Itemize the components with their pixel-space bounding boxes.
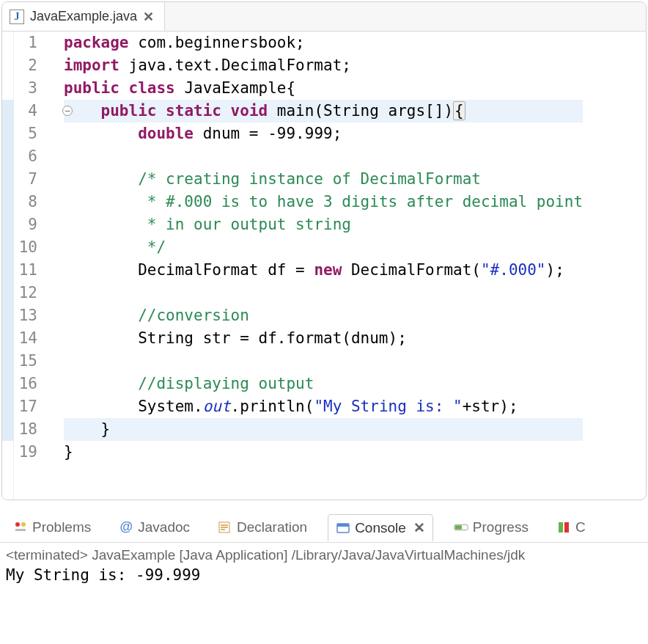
code-content[interactable]: package com.beginnersbook;import java.te… [59,32,583,500]
fold-cell [45,259,59,282]
marker [2,304,14,327]
line-number: 11 [18,259,37,282]
code-line[interactable]: * #.000 is to have 3 digits after decima… [64,191,583,213]
marker [2,213,14,236]
marker [2,418,14,441]
marker [2,54,14,77]
java-file-icon: J [10,10,24,24]
fold-cell [45,441,59,464]
fold-cell [45,236,59,259]
fold-cell [45,327,59,350]
code-line[interactable]: } [64,441,583,464]
fold-cell [45,77,59,100]
fold-cell [45,54,59,77]
marker [2,191,14,213]
line-number: 12 [18,282,37,304]
svg-rect-8 [559,522,563,533]
marker [2,122,14,145]
close-icon[interactable]: ✕ [143,9,154,25]
code-line[interactable]: import java.text.DecimalFormat; [64,54,583,77]
tab-label: Console [355,520,406,536]
line-number: 1 [18,32,37,54]
line-number: 14 [18,327,37,350]
code-line[interactable]: DecimalFormat df = new DecimalFormat("#.… [64,259,583,282]
tab-label: Javadoc [138,519,190,535]
fold-cell [45,373,59,395]
code-line[interactable]: /* creating instance of DecimalFormat [64,168,583,191]
line-number: 2 [18,54,37,77]
tab-coverage[interactable]: C [549,515,593,540]
tab-declaration[interactable]: Declaration [210,515,314,540]
line-number: 3 [18,77,37,100]
fold-cell [45,213,59,236]
code-line[interactable] [64,145,583,168]
marker [2,145,14,168]
fold-cell [45,418,59,441]
javadoc-icon: @ [119,520,133,535]
fold-cell [45,395,59,418]
line-number: 13 [18,304,37,327]
line-number: 15 [18,350,37,373]
code-line[interactable] [64,282,583,304]
tab-problems[interactable]: Problems [6,515,98,540]
tab-progress[interactable]: Progress [446,515,536,540]
fold-cell [45,145,59,168]
fold-cell [45,32,59,54]
code-line[interactable]: //conversion [64,304,583,327]
line-number: 17 [18,395,37,418]
code-line[interactable]: */ [64,236,583,259]
declaration-icon [218,520,232,535]
fold-cell [45,282,59,304]
marker [2,327,14,350]
code-line[interactable]: double dnum = -99.999; [64,122,583,145]
problems-icon [13,520,28,535]
fold-cell [45,304,59,327]
code-line[interactable]: //displaying output [64,373,583,395]
marker [2,373,14,395]
marker [2,236,14,259]
tab-javadoc[interactable]: @ Javadoc [111,515,197,540]
code-line[interactable]: * in our output string [64,213,583,236]
marker [2,441,14,464]
marker-bar [2,32,14,500]
code-line[interactable]: package com.beginnersbook; [64,32,583,54]
line-number: 18 [18,418,37,441]
code-line[interactable] [64,350,583,373]
svg-rect-2 [15,529,26,531]
tab-label: Problems [32,519,91,535]
editor-tab-bar: J JavaExample.java ✕ [2,2,646,32]
fold-cell [45,122,59,145]
tab-title: JavaExample.java [30,9,137,24]
close-icon[interactable]: ✕ [413,519,425,536]
tab-console[interactable]: Console ✕ [328,514,433,541]
editor-pane: J JavaExample.java ✕ 1234567891011121314… [1,1,647,500]
editor-tab[interactable]: J JavaExample.java ✕ [2,2,165,31]
fold-cell: − [45,100,59,122]
line-number: 7 [18,168,37,191]
code-area[interactable]: 12345678910111213141516171819 − package … [2,32,646,500]
code-line[interactable]: System.out.println("My String is: "+str)… [64,395,583,418]
line-number: 19 [18,441,37,464]
marker [2,259,14,282]
console-status: <terminated> JavaExample [Java Applicati… [6,547,642,563]
marker [2,282,14,304]
marker [2,77,14,100]
fold-cell [45,191,59,213]
tab-label: C [575,519,586,535]
code-line[interactable]: String str = df.format(dnum); [64,327,583,350]
console-icon [336,521,350,535]
line-number: 8 [18,191,37,213]
code-line[interactable]: public class JavaExample{ [64,77,583,100]
console-output: My String is: -99.999 [6,566,642,584]
code-line[interactable]: public static void main(String args[]){ [64,100,583,122]
tab-label: Progress [473,519,529,535]
marker [2,350,14,373]
line-number: 10 [18,236,37,259]
svg-point-0 [15,522,20,527]
coverage-icon [556,520,571,535]
fold-collapse-icon[interactable]: − [62,106,73,116]
code-line[interactable]: } [64,418,583,441]
fold-column: − [45,32,59,500]
line-number-gutter: 12345678910111213141516171819 [14,32,45,500]
marker [2,168,14,191]
